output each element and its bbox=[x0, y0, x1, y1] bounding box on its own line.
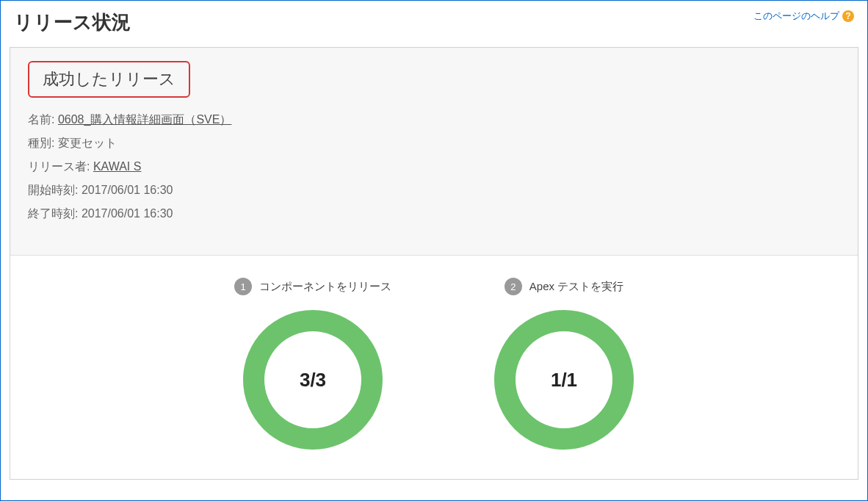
name-link[interactable]: 0608_購入情報詳細画面（SVE） bbox=[58, 113, 232, 126]
components-progress-ring: 3/3 bbox=[243, 310, 383, 450]
step-number-2-icon: 2 bbox=[504, 278, 522, 295]
release-info-section: 成功したリリース 名前: 0608_購入情報詳細画面（SVE） 種別: 変更セッ… bbox=[10, 48, 858, 255]
step-apex: 2 Apex テストを実行 1/1 bbox=[494, 278, 634, 450]
page-title: リリース状況 bbox=[14, 10, 131, 35]
releaser-row: リリース者: KAWAI S bbox=[28, 155, 840, 179]
apex-progress-ring: 1/1 bbox=[494, 310, 634, 450]
help-link-text: このページのヘルプ bbox=[753, 10, 839, 23]
components-progress-text: 3/3 bbox=[300, 369, 326, 392]
end-time-value: 2017/06/01 16:30 bbox=[82, 207, 173, 220]
step-components-header: 1 コンポーネントをリリース bbox=[234, 278, 391, 295]
steps-area: 1 コンポーネントをリリース 3/3 2 Apex テストを実行 1/1 bbox=[10, 255, 858, 479]
status-badge: 成功したリリース bbox=[28, 61, 190, 98]
apex-progress-text: 1/1 bbox=[551, 369, 577, 392]
name-label: 名前: bbox=[28, 113, 54, 126]
help-icon: ? bbox=[842, 10, 854, 22]
releaser-link[interactable]: KAWAI S bbox=[93, 160, 142, 173]
apex-progress-inner: 1/1 bbox=[516, 331, 612, 428]
end-time-label: 終了時刻: bbox=[28, 207, 78, 220]
start-time-label: 開始時刻: bbox=[28, 184, 78, 196]
name-row: 名前: 0608_購入情報詳細画面（SVE） bbox=[28, 108, 840, 131]
step-apex-header: 2 Apex テストを実行 bbox=[504, 278, 623, 295]
step-apex-label: Apex テストを実行 bbox=[529, 280, 623, 294]
type-row: 種別: 変更セット bbox=[28, 131, 840, 155]
start-time-value: 2017/06/01 16:30 bbox=[82, 184, 173, 196]
type-value: 変更セット bbox=[58, 137, 117, 149]
end-time-row: 終了時刻: 2017/06/01 16:30 bbox=[28, 202, 840, 226]
start-time-row: 開始時刻: 2017/06/01 16:30 bbox=[28, 179, 840, 202]
type-label: 種別: bbox=[28, 137, 54, 149]
step-components: 1 コンポーネントをリリース 3/3 bbox=[234, 278, 391, 450]
releaser-label: リリース者: bbox=[28, 160, 90, 173]
step-components-label: コンポーネントをリリース bbox=[259, 280, 391, 294]
components-progress-inner: 3/3 bbox=[264, 331, 361, 428]
help-link[interactable]: このページのヘルプ ? bbox=[753, 10, 854, 23]
step-number-1-icon: 1 bbox=[234, 278, 252, 295]
content-panel: 成功したリリース 名前: 0608_購入情報詳細画面（SVE） 種別: 変更セッ… bbox=[10, 47, 858, 480]
